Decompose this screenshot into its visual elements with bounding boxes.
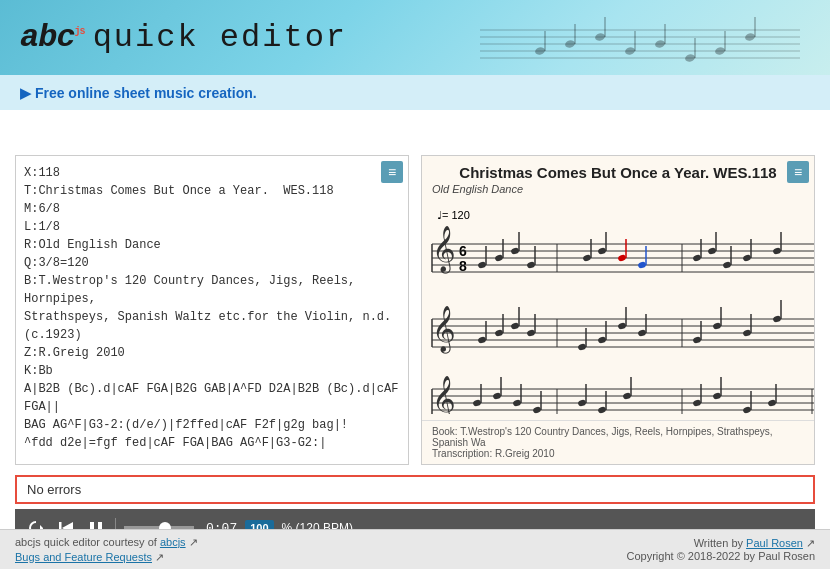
- sheet-subtitle: Old English Dance: [422, 183, 814, 199]
- sheet-music-svg: ♩= 120 𝄞 6 8: [427, 204, 815, 414]
- sheet-title: Christmas Comes But Once a Year. WES.118: [422, 156, 814, 183]
- header: abcjs quick editor: [0, 0, 830, 75]
- svg-point-9: [594, 32, 605, 41]
- sheet-music-area: ♩= 120 𝄞 6 8: [422, 199, 814, 423]
- sheet-panel: ≡ Christmas Comes But Once a Year. WES.1…: [421, 155, 815, 465]
- status-message: No errors: [27, 482, 81, 497]
- logo-subtitle: quick editor: [93, 19, 347, 56]
- logo: abcjs quick editor: [20, 19, 347, 56]
- footer: abcjs quick editor courtesy of abcjs ↗ B…: [0, 529, 830, 569]
- svg-text:♩= 120: ♩= 120: [437, 209, 470, 221]
- svg-point-11: [624, 46, 635, 55]
- editor-textarea[interactable]: X:118 T:Christmas Comes But Once a Year.…: [16, 156, 408, 464]
- svg-point-19: [744, 32, 755, 41]
- main-content: X:118 T:Christmas Comes But Once a Year.…: [0, 145, 830, 475]
- svg-text:𝄞: 𝄞: [432, 376, 456, 414]
- status-bar: No errors: [15, 475, 815, 504]
- svg-point-7: [564, 39, 575, 48]
- svg-point-17: [714, 46, 725, 55]
- author-link[interactable]: Paul Rosen: [746, 537, 803, 549]
- footer-left-line1: abcjs quick editor courtesy of abcjs ↗: [15, 536, 198, 549]
- editor-panel: X:118 T:Christmas Comes But Once a Year.…: [15, 155, 409, 465]
- footer-left: abcjs quick editor courtesy of abcjs ↗ B…: [15, 536, 198, 564]
- abcjs-link[interactable]: abcjs: [160, 536, 186, 548]
- footer-right-line1: Written by Paul Rosen ↗: [627, 537, 816, 550]
- tagline: Free online sheet music creation.: [20, 85, 257, 101]
- svg-point-5: [534, 46, 545, 55]
- svg-point-15: [684, 53, 695, 62]
- editor-menu-icon[interactable]: ≡: [381, 161, 403, 183]
- logo-text: abcjs: [20, 19, 85, 56]
- footer-left-line2: Bugs and Feature Requests ↗: [15, 551, 198, 564]
- footer-right-line2: Copyright © 2018-2022 by Paul Rosen: [627, 550, 816, 562]
- subheader: Free online sheet music creation.: [0, 75, 830, 110]
- bugs-link[interactable]: Bugs and Feature Requests: [15, 551, 152, 563]
- svg-point-13: [654, 39, 665, 48]
- sheet-book-info: Book: T.Westrop's 120 Country Dances, Ji…: [422, 420, 814, 464]
- svg-text:𝄞: 𝄞: [432, 226, 456, 274]
- footer-right: Written by Paul Rosen ↗ Copyright © 2018…: [627, 537, 816, 562]
- sheet-menu-icon[interactable]: ≡: [787, 161, 809, 183]
